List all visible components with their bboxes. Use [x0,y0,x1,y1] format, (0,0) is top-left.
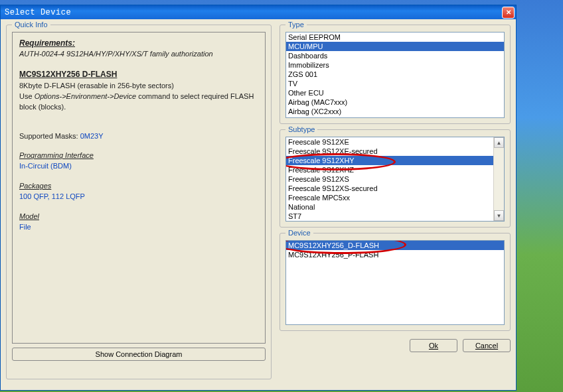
prog-interface-value: In-Circuit (BDM) [19,161,258,172]
mask-value: 0M23Y [80,132,104,140]
ok-button[interactable]: Ok [410,339,457,352]
subtype-item[interactable]: Freescale 9S12XE [286,137,493,147]
subtype-item[interactable]: National [286,202,493,212]
subtype-item[interactable]: Freescale 9S12XHZ [286,165,493,174]
subtype-scrollbar[interactable]: ▲ ▼ [493,137,504,221]
titlebar: Select Device ✕ [1,5,516,19]
model-value: File [19,222,258,233]
type-item[interactable]: Immobilizers [286,60,504,70]
type-item[interactable]: Airbag (XC2xxx) [286,107,504,116]
subtype-item[interactable]: ST7 [286,212,493,221]
close-icon: ✕ [506,9,511,16]
cancel-button[interactable]: Cancel [463,339,511,352]
device-listbox[interactable]: MC9S12XHY256_D-FLASHMC9S12XHY256_P-FLASH [285,240,505,325]
type-item[interactable]: Serial EEPROM [286,33,504,42]
type-item[interactable]: TV [286,79,504,88]
quick-info-title: Quick Info [12,21,50,29]
scroll-up-button[interactable]: ▲ [494,137,504,148]
desc-line1: 8Kbyte D-FLASH (erasable in 256-byte sec… [19,81,258,92]
subtype-listbox[interactable]: Freescale 9S12XEFreescale 9S12XE-secured… [285,137,505,222]
type-item[interactable]: Airbag (MAC7xxx) [286,98,504,107]
scroll-down-button[interactable]: ▼ [494,210,504,221]
supported-masks: Supported Masks: 0M23Y [19,131,258,142]
chevron-up-icon: ▲ [497,140,502,146]
type-group-title: Type [285,21,307,29]
type-item[interactable]: Other ECU [286,88,504,98]
subtype-item[interactable]: Freescale 9S12XS [286,174,493,184]
type-listbox[interactable]: Serial EEPROMMCU/MPUDashboardsImmobilize… [285,32,505,118]
model-heading: Model [19,212,258,222]
device-group-title: Device [285,229,313,237]
desc-line2: Use Options->Environment->Device command… [19,92,258,113]
subtype-item[interactable]: Freescale 9S12XE-secured [286,147,493,156]
select-device-dialog: Select Device ✕ Quick Info Requirements:… [0,5,517,391]
device-item[interactable]: MC9S12XHY256_P-FLASH [286,250,504,259]
chevron-down-icon: ▼ [497,213,502,219]
subtype-group-title: Subtype [285,125,317,133]
subtype-item[interactable]: Freescale 9S12XS-secured [286,184,493,193]
type-item[interactable]: Dashboards [286,51,504,60]
authorization-line: AUTH-0024-4 9S12HA/HY/P/XHY/XS/T family … [19,49,258,60]
subtype-item[interactable]: Freescale MPC5xx [286,193,493,202]
type-item[interactable]: MCU/MPU [286,42,504,51]
type-item[interactable]: ZGS 001 [286,70,504,79]
packages-heading: Packages [19,181,258,192]
packages-value: 100 QFP, 112 LQFP [19,192,258,202]
close-button[interactable]: ✕ [502,7,515,19]
quick-info-panel: Requirements: AUTH-0024-4 9S12HA/HY/P/XH… [12,32,266,344]
window-title: Select Device [5,8,71,17]
prog-interface-heading: Programming Interface [19,151,258,161]
subtype-item[interactable]: Freescale 9S12XHY [286,156,493,165]
show-connection-diagram-button[interactable]: Show Connection Diagram [12,348,266,361]
requirements-heading: Requirements: [19,38,258,49]
device-item[interactable]: MC9S12XHY256_D-FLASH [286,241,504,250]
device-name: MC9S12XHY256 D-FLASH [19,69,258,80]
